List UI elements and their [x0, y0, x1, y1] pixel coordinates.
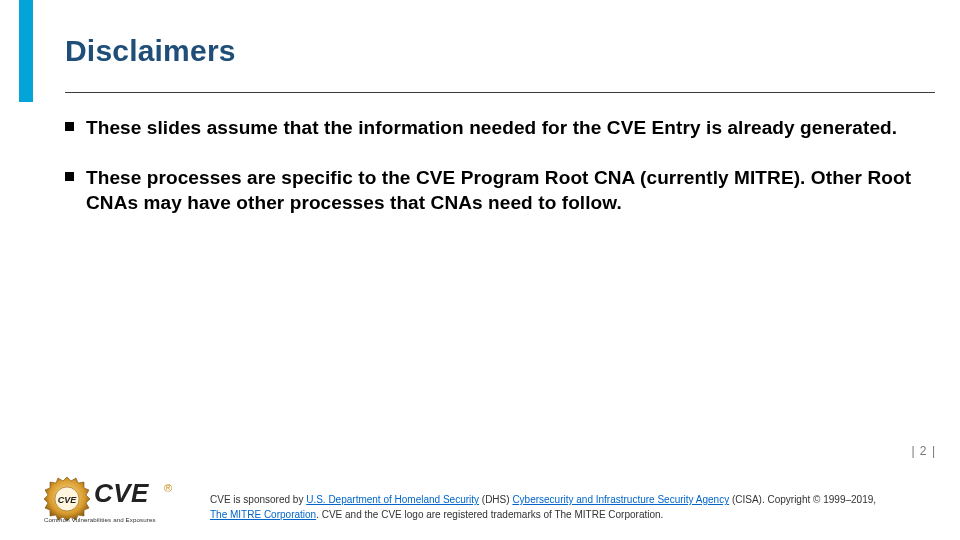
bullet-item: These slides assume that the information…	[65, 115, 935, 141]
slide: Disclaimers These slides assume that the…	[0, 0, 960, 540]
footer-link-mitre[interactable]: The MITRE Corporation	[210, 509, 316, 520]
accent-bar	[19, 0, 33, 102]
logo-text: CVE	[94, 478, 149, 509]
page-title: Disclaimers	[65, 34, 236, 68]
square-bullet-icon	[65, 172, 74, 181]
bullet-text: These processes are specific to the CVE …	[86, 165, 935, 216]
svg-text:CVE: CVE	[58, 495, 78, 505]
body-content: These slides assume that the information…	[65, 115, 935, 240]
bullet-item: These processes are specific to the CVE …	[65, 165, 935, 216]
page-number: | 2 |	[911, 444, 936, 458]
registered-mark-icon: ®	[164, 482, 172, 494]
footer-link-dhs[interactable]: U.S. Department of Homeland Security	[306, 494, 479, 505]
footer-link-cisa[interactable]: Cybersecurity and Infrastructure Securit…	[512, 494, 729, 505]
title-divider	[65, 92, 935, 93]
logo-subtitle: Common Vulnerabilities and Exposures	[44, 516, 156, 523]
footer-pre: CVE is sponsored by	[210, 494, 306, 505]
footer-text: CVE is sponsored by U.S. Department of H…	[210, 492, 930, 522]
footer-tail: . CVE and the CVE logo are registered tr…	[316, 509, 663, 520]
square-bullet-icon	[65, 122, 74, 131]
cve-logo: CVE CVE ® Common Vulnerabilities and Exp…	[44, 476, 184, 522]
bullet-text: These slides assume that the information…	[86, 115, 897, 141]
footer-mid1: (DHS)	[479, 494, 512, 505]
footer-mid2: (CISA). Copyright © 1999–2019,	[729, 494, 876, 505]
